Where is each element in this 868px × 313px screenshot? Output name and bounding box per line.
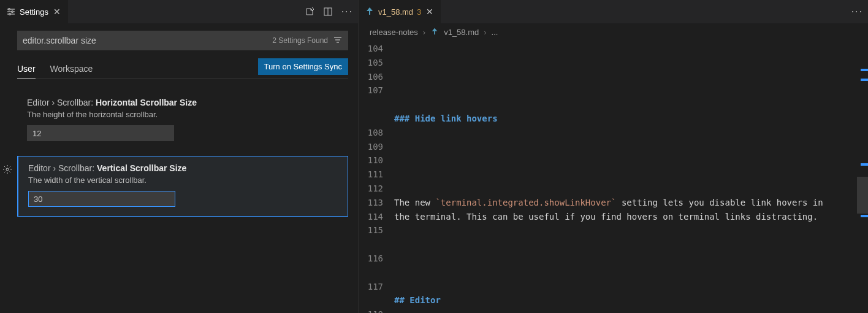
scrollbar-thumb[interactable] (857, 177, 868, 214)
settings-pane: Settings ✕ ··· 2 Settings Found (0, 0, 359, 313)
settings-search-row: 2 Settings Found (17, 31, 348, 50)
chevron-right-icon: › (484, 28, 486, 37)
setting-title: Editor › Scrollbar: Horizontal Scrollbar… (27, 98, 338, 107)
settings-search-status: 2 Settings Found (272, 36, 328, 45)
more-actions-icon[interactable]: ··· (851, 6, 863, 17)
close-icon[interactable]: ✕ (425, 7, 435, 17)
setting-description: The height of the horizontal scrollbar. (27, 110, 338, 119)
breadcrumb-trail[interactable]: ... (492, 28, 498, 37)
right-tabbar: v1_58.md 3 ✕ ··· (359, 0, 868, 23)
markdown-file-icon (430, 27, 439, 37)
settings-menu-icon (6, 7, 16, 17)
settings-search-input[interactable] (23, 36, 272, 45)
breadcrumb[interactable]: release-notes › v1_58.md › ... (359, 23, 868, 41)
svg-point-11 (6, 168, 9, 171)
more-actions-icon[interactable]: ··· (341, 6, 353, 17)
settings-list: Editor › Scrollbar: Horizontal Scrollbar… (17, 90, 348, 222)
split-editor-icon[interactable] (323, 7, 333, 17)
tab-file-modified-count: 3 (417, 7, 421, 17)
settings-sync-button[interactable]: Turn on Settings Sync (258, 58, 348, 75)
svg-point-5 (9, 14, 11, 15)
setting-description: The width of the vertical scrollbar. (28, 176, 338, 185)
gear-icon[interactable] (2, 164, 12, 176)
close-icon[interactable]: ✕ (52, 7, 62, 17)
line-number-gutter: 1041051061071081091101111121131141151161… (359, 41, 394, 313)
setting-input-vertical[interactable] (28, 191, 175, 207)
setting-item-vertical-scrollbar-size[interactable]: Editor › Scrollbar: Vertical Scrollbar S… (17, 156, 348, 217)
left-tabbar: Settings ✕ ··· (0, 0, 358, 23)
settings-body: 2 Settings Found User Workspace Turn on … (0, 23, 358, 222)
scope-tab-user[interactable]: User (17, 59, 36, 79)
settings-scope-row: User Workspace Turn on Settings Sync (17, 59, 348, 79)
scrollbar-overview[interactable] (857, 41, 868, 313)
tab-file-label: v1_58.md (378, 7, 413, 17)
open-json-icon[interactable] (305, 7, 314, 17)
svg-point-4 (12, 11, 13, 13)
right-tab-actions: ··· (851, 6, 863, 17)
setting-item-horizontal-scrollbar-size[interactable]: Editor › Scrollbar: Horizontal Scrollbar… (17, 90, 348, 151)
code-content[interactable]: ### Hide link hovers The new `terminal.i… (394, 41, 868, 313)
chevron-right-icon: › (423, 28, 425, 37)
breadcrumb-file[interactable]: v1_58.md (444, 28, 479, 37)
svg-point-3 (9, 9, 10, 10)
editor-area[interactable]: 1041051061071081091101111121131141151161… (359, 41, 868, 313)
scope-tab-workspace[interactable]: Workspace (50, 59, 93, 79)
editor-pane: v1_58.md 3 ✕ ··· release-notes › v1_58.m… (359, 0, 868, 313)
filter-icon[interactable] (333, 35, 343, 47)
tab-settings-label: Settings (20, 7, 48, 17)
setting-title: Editor › Scrollbar: Vertical Scrollbar S… (28, 163, 338, 173)
left-tab-actions: ··· (305, 6, 353, 17)
markdown-file-icon (365, 6, 375, 18)
tab-file[interactable]: v1_58.md 3 ✕ (359, 0, 441, 23)
breadcrumb-folder[interactable]: release-notes (370, 28, 418, 37)
tab-settings[interactable]: Settings ✕ (0, 0, 69, 23)
setting-input-horizontal[interactable] (27, 125, 174, 141)
